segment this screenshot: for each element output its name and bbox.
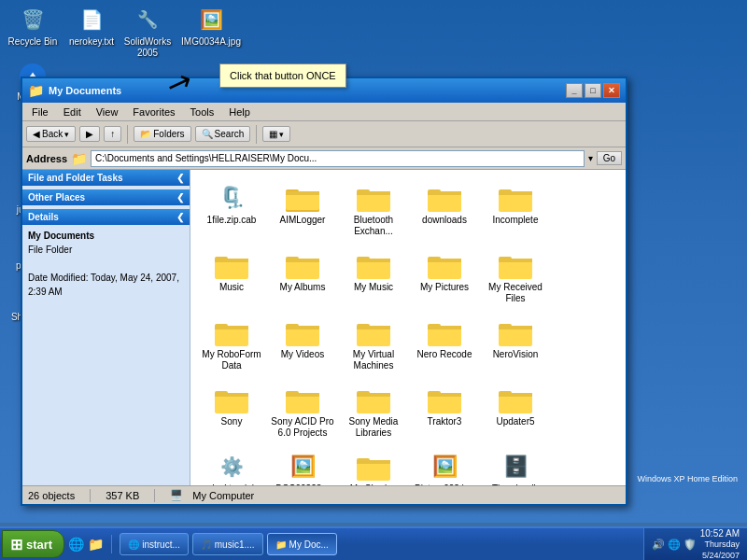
svg-rect-46 [215,393,248,397]
tray-date-display: Thursday [700,539,740,551]
status-location: 🖥️ [170,489,183,501]
quicklaunch-folder-icon[interactable]: 📁 [88,537,104,552]
address-dropdown-icon[interactable]: ▾ [588,153,593,163]
file-item[interactable]: 🖼️ Picture023.jpg [411,446,478,485]
taskbar-tray: 🔊 🌐 🛡️ 10:52 AM Thursday 5/24/2007 [643,528,747,560]
up-button[interactable]: ↑ [104,126,121,142]
desktop-icon-solidworks[interactable]: 🔧 SolidWorks 2005 [120,5,176,59]
menu-edit[interactable]: Edit [58,105,87,119]
address-bar: Address 📁 ▾ Go [22,147,626,170]
file-item[interactable]: My RoboForm Data [198,312,265,375]
status-bar: 26 objects 357 KB 🖥️ My Computer [22,485,626,504]
tray-date-full: 5/24/2007 [700,551,740,561]
svg-rect-61 [357,460,390,464]
svg-rect-31 [215,326,248,329]
file-item[interactable]: My Pictures [411,245,478,308]
address-folder-icon: 📁 [71,151,87,166]
file-item[interactable]: AIMLogger [269,177,336,241]
file-item[interactable]: 🖼️ DSC00328... [269,446,336,485]
file-item[interactable]: Bluetooth Exchan... [340,177,407,241]
file-item[interactable]: My Albums [269,245,336,308]
svg-rect-55 [428,393,461,397]
file-item[interactable]: downloads [411,177,478,241]
file-grid: 🗜️ 1file.zip.cab [198,177,618,485]
forward-icon: ▶ [86,129,93,139]
menu-bar: File Edit View Favorites Tools Help [22,103,626,121]
svg-rect-4 [286,191,319,195]
close-button[interactable]: ✕ [603,83,620,98]
start-label: start [26,538,52,552]
status-size: 357 KB [106,490,139,501]
search-button[interactable]: 🔍 Search [195,126,251,142]
file-item[interactable]: ⚙️ desktop.ini [198,446,265,485]
menu-favorites[interactable]: Favorites [127,105,180,119]
menu-file[interactable]: File [26,105,54,119]
folders-button[interactable]: 📂 Folders [134,126,190,142]
svg-rect-37 [357,326,390,329]
tray-security-icon: 🛡️ [684,539,697,551]
forward-button[interactable]: ▶ [79,126,100,142]
collapse-icon: ❮ [176,173,184,183]
tray-clock[interactable]: 10:52 AM Thursday 5/24/2007 [700,527,740,560]
file-item[interactable]: Music [198,245,265,308]
quicklaunch-ie-icon[interactable]: 🌐 [68,537,84,552]
file-item[interactable]: NeroVision [482,312,549,375]
toolbar-separator [127,125,128,144]
menu-tools[interactable]: Tools [185,105,220,119]
file-item[interactable]: My Sharing Folders [340,446,407,485]
back-chevron-icon: ▾ [64,130,69,139]
back-icon: ◀ [33,129,40,139]
file-item[interactable]: My Videos [269,312,336,375]
taskbar-item-mydocs[interactable]: 📁 My Doc... [267,533,337,555]
folders-icon: 📂 [140,129,151,139]
file-item[interactable]: Nero Recode [411,312,478,375]
tooltip: Click that button ONCE [219,63,346,88]
file-item[interactable]: My Music [340,245,407,308]
desktop-icon-nerokey[interactable]: 📄 nerokey.txt [63,5,120,48]
file-folder-tasks-section: File and Folder Tasks ❮ [22,170,190,186]
file-item[interactable]: Sony ACID Pro 6.0 Projects [269,379,336,442]
desktop: 🗑️ Recycle Bin 📄 nerokey.txt 🔧 SolidWork… [0,0,747,523]
taskbar: ⊞ start 🌐 📁 🌐 instruct... 🎵 music1.... 📁… [0,526,747,560]
view-button[interactable]: ▦ ▾ [262,126,290,142]
taskbar-item-music[interactable]: 🎵 music1.... [192,533,263,555]
taskbar-item-instruct[interactable]: 🌐 instruct... [120,533,189,555]
view-icon: ▦ [269,129,277,139]
taskbar-ie-icon: 🌐 [128,539,139,550]
file-item[interactable]: Updater5 [482,379,549,442]
svg-rect-10 [428,191,461,195]
svg-rect-16 [215,259,248,262]
address-input[interactable] [91,150,585,167]
file-item[interactable]: Sony Media Libraries [340,379,407,442]
svg-rect-7 [357,191,390,195]
file-item[interactable]: Traktor3 [411,379,478,442]
minimize-button[interactable]: _ [566,83,583,98]
details-header[interactable]: Details ❮ [22,209,190,225]
status-count: 26 objects [28,490,75,501]
svg-rect-28 [499,259,532,262]
tray-network-icon: 🔊 [652,539,665,551]
file-item[interactable]: Incomplete [482,177,549,241]
file-folder-tasks-header[interactable]: File and Folder Tasks ❮ [22,170,190,186]
toolbar: ◀ Back ▾ ▶ ↑ 📂 Folders 🔍 Search ▦ [22,121,626,147]
menu-help[interactable]: Help [223,105,256,119]
explorer-window: 📁 My Documents _ □ ✕ File Edit View Favo… [21,77,627,506]
back-button[interactable]: ◀ Back ▾ [26,126,76,142]
go-button[interactable]: Go [597,151,622,165]
svg-rect-43 [499,326,532,329]
file-item[interactable]: My Virtual Machines [340,312,407,375]
other-places-header[interactable]: Other Places ❮ [22,189,190,205]
menu-view[interactable]: View [91,105,124,119]
desktop-icon-img0034a[interactable]: 🖼️ IMG0034A.jpg [183,5,239,48]
file-area[interactable]: 🗜️ 1file.zip.cab [190,170,626,485]
file-item[interactable]: 🗄️ Thumbs.db [482,446,549,485]
tray-time-display: 10:52 AM [700,527,740,539]
start-button[interactable]: ⊞ start [2,530,64,558]
svg-rect-58 [499,393,532,397]
file-item[interactable]: 🗜️ 1file.zip.cab [198,177,265,241]
file-item[interactable]: Sony [198,379,265,442]
desktop-icon-recycle-bin[interactable]: 🗑️ Recycle Bin [5,5,61,48]
file-item[interactable]: My Received Files [482,245,549,308]
maximize-button[interactable]: □ [585,83,601,98]
title-bar-buttons: _ □ ✕ [566,83,620,98]
